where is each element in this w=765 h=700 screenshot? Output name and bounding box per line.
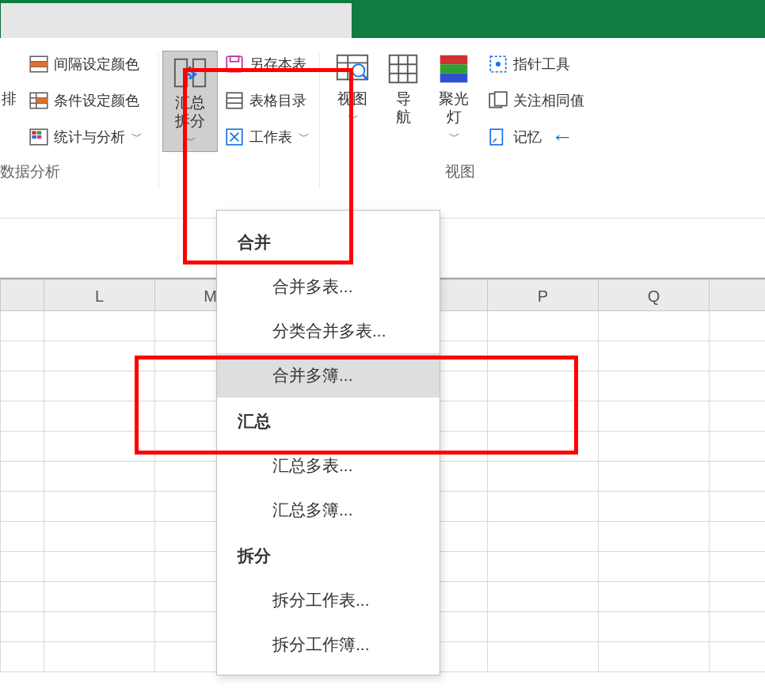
chevron-down-icon: ﹀ <box>299 130 310 144</box>
split-book-item[interactable]: 拆分工作簿... <box>217 622 440 667</box>
worksheet-label: 工作表 <box>249 127 292 146</box>
spotlight-icon <box>436 51 472 87</box>
summary-split-dropdown: 合并 合并多表... 分类合并多表... 合并多簿... 汇总 汇总多表... … <box>216 210 440 675</box>
dd-section-summary: 汇总 <box>217 398 440 443</box>
chevron-down-icon: ﹀ <box>348 112 359 126</box>
stats-icon <box>29 127 49 147</box>
memory-button[interactable]: 记忆 ← <box>485 122 588 152</box>
split-merge-icon <box>172 55 208 91</box>
memory-label: 记忆 <box>513 127 542 146</box>
svg-rect-18 <box>226 93 242 108</box>
summary-split-label: 汇总拆分 <box>168 94 212 131</box>
separator <box>319 54 320 188</box>
svg-rect-17 <box>230 56 239 62</box>
spotlight-button[interactable]: 聚光灯 ﹀ <box>431 48 477 154</box>
col-P[interactable]: P <box>487 280 598 311</box>
svg-rect-33 <box>440 64 468 74</box>
sum-sheets-item[interactable]: 汇总多表... <box>217 443 440 488</box>
svg-rect-38 <box>495 92 507 105</box>
save-sheet-button[interactable]: 另存本表 <box>221 49 313 79</box>
svg-point-25 <box>352 64 364 76</box>
group-data-analysis: 排 间隔设定颜色 条件设定颜色 统计与分析 ﹀ <box>0 48 155 190</box>
memory-icon <box>488 127 508 147</box>
cond-color-label: 条件设定颜色 <box>54 91 139 110</box>
arrow-left-icon: ← <box>551 124 573 150</box>
pointer-tool-label: 指针工具 <box>513 55 570 74</box>
chevron-down-icon: ﹀ <box>449 130 460 144</box>
col-L[interactable]: L <box>44 280 154 311</box>
sheet-catalog-button[interactable]: 表格目录 <box>221 86 313 116</box>
spotlight-label: 聚光灯 <box>436 90 472 127</box>
worksheet-button[interactable]: 工作表 ﹀ <box>221 122 313 152</box>
pointer-tool-button[interactable]: 指针工具 <box>485 49 588 79</box>
stats-label: 统计与分析 <box>54 127 125 146</box>
ribbon: 排 间隔设定颜色 条件设定颜色 统计与分析 ﹀ <box>0 38 765 219</box>
nav-icon <box>385 51 421 87</box>
cond-color-button[interactable]: 条件设定颜色 <box>25 86 146 116</box>
svg-rect-39 <box>490 129 502 145</box>
separator <box>158 54 159 188</box>
merge-books-item[interactable]: 合并多簿... <box>217 353 440 398</box>
sort-label: 排 <box>2 90 17 108</box>
svg-rect-10 <box>32 131 36 134</box>
svg-rect-34 <box>440 74 468 83</box>
titlebar-tab <box>1 0 352 38</box>
svg-rect-8 <box>36 98 48 104</box>
cat-merge-sheets-item[interactable]: 分类合并多表... <box>217 309 440 353</box>
view-button[interactable]: 视图 ﹀ <box>329 48 375 154</box>
stats-button[interactable]: 统计与分析 ﹀ <box>25 122 146 152</box>
grid-icon <box>29 54 49 74</box>
group3-label: 视图 <box>445 154 475 190</box>
nav-button[interactable]: 导航 <box>380 48 426 154</box>
dd-section-merge: 合并 <box>217 219 440 264</box>
summary-split-button[interactable]: 汇总拆分 ﹀ <box>162 51 218 152</box>
interval-color-button[interactable]: 间隔设定颜色 <box>25 49 146 79</box>
pointer-icon <box>488 54 508 74</box>
follow-same-label: 关注相同值 <box>513 91 584 110</box>
group1-label: 数据分析 <box>0 154 60 190</box>
follow-icon <box>488 90 508 111</box>
nav-label: 导航 <box>389 90 417 127</box>
svg-rect-3 <box>30 62 48 67</box>
save-sheet-icon <box>224 54 245 74</box>
svg-rect-27 <box>390 55 417 83</box>
svg-rect-16 <box>226 56 242 72</box>
split-sheet-item[interactable]: 拆分工作表... <box>217 578 440 622</box>
merge-sheets-item[interactable]: 合并多表... <box>217 264 440 309</box>
svg-rect-11 <box>37 131 41 134</box>
dd-section-split: 拆分 <box>217 532 440 578</box>
follow-same-button[interactable]: 关注相同值 <box>485 86 588 116</box>
catalog-icon <box>224 90 245 111</box>
chevron-down-icon: ﹀ <box>131 130 143 144</box>
group-view: 视图 ﹀ 导航 聚光灯 ﹀ 指针工具 <box>323 48 597 190</box>
view-label: 视图 <box>337 90 367 108</box>
chevron-down-icon: ﹀ <box>185 134 196 148</box>
grid-cond-icon <box>29 90 49 111</box>
view-icon <box>334 51 371 87</box>
titlebar <box>0 0 765 38</box>
sort-button[interactable]: 排 <box>0 48 22 154</box>
save-sheet-label: 另存本表 <box>249 55 306 74</box>
interval-color-label: 间隔设定颜色 <box>54 55 139 74</box>
sheet-catalog-label: 表格目录 <box>249 91 306 110</box>
col-Q[interactable]: Q <box>598 280 709 311</box>
svg-rect-12 <box>32 135 36 139</box>
worksheet-icon <box>224 127 245 147</box>
svg-rect-13 <box>37 135 41 139</box>
svg-point-36 <box>497 63 500 66</box>
svg-rect-32 <box>440 55 468 65</box>
sum-books-item[interactable]: 汇总多簿... <box>217 488 440 532</box>
